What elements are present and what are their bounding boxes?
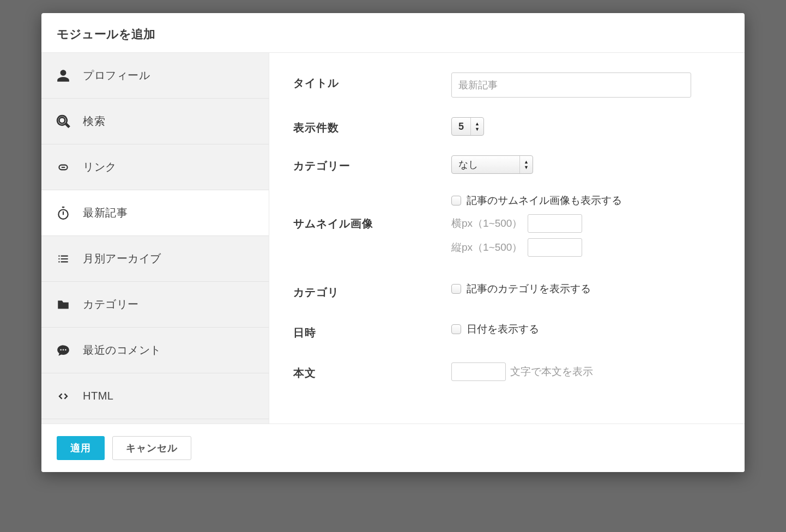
datetime-check-label: 日付を表示する (467, 322, 539, 336)
stepper-arrows-icon: ▲▼ (519, 156, 533, 173)
thumbnail-checkbox[interactable] (451, 196, 461, 205)
list-icon (56, 252, 71, 266)
sidebar-item-label: 最近のコメント (83, 343, 161, 358)
comment-icon (56, 343, 71, 358)
thumbnail-width-label: 横px（1~500） (451, 216, 522, 231)
body-label: 本文 (293, 362, 451, 380)
apply-button[interactable]: 適用 (57, 436, 105, 460)
sidebar-item-category[interactable]: カテゴリー (41, 282, 269, 328)
link-icon (56, 160, 71, 174)
category-display-check-label: 記事のカテゴリを表示する (467, 282, 591, 296)
sidebar-item-label: 最新記事 (83, 205, 128, 220)
category-label: カテゴリー (293, 155, 451, 173)
sidebar-item-search[interactable]: 検索 (41, 99, 269, 144)
datetime-label: 日時 (293, 322, 451, 340)
count-label: 表示件数 (293, 117, 451, 135)
module-sidebar[interactable]: プロフィール 検索 リンク 最新記事 (41, 53, 269, 424)
stepper-arrows-icon: ▲▼ (470, 118, 483, 135)
datetime-checkbox[interactable] (451, 324, 461, 334)
title-input[interactable] (451, 72, 691, 98)
thumbnail-label: サムネイル画像 (293, 194, 451, 231)
sidebar-item-latest-posts[interactable]: 最新記事 (41, 190, 269, 236)
sidebar-item-monthly-archive[interactable]: 月別アーカイブ (41, 236, 269, 282)
add-module-modal: モジュールを追加 プロフィール 検索 リンク (41, 13, 745, 472)
body-chars-input[interactable] (451, 362, 506, 381)
count-value: 5 (452, 121, 470, 132)
stopwatch-icon (56, 206, 71, 220)
thumbnail-width-input[interactable] (528, 214, 582, 233)
sidebar-item-profile[interactable]: プロフィール (41, 53, 269, 99)
sidebar-item-html[interactable]: HTML (41, 373, 269, 419)
folder-icon (56, 298, 71, 312)
sidebar-item-link[interactable]: リンク (41, 144, 269, 190)
category-display-checkbox[interactable] (451, 284, 461, 294)
user-icon (56, 69, 71, 83)
count-select[interactable]: 5 ▲▼ (451, 117, 484, 136)
thumbnail-check-label: 記事のサムネイル画像も表示する (467, 194, 622, 208)
body-suffix-label: 文字で本文を表示 (510, 365, 593, 379)
sidebar-item-label: 月別アーカイブ (83, 251, 161, 266)
module-settings-panel: タイトル 表示件数 5 ▲▼ カテゴリー なし (269, 53, 745, 424)
thumbnail-height-input[interactable] (528, 238, 582, 257)
search-icon (56, 114, 71, 129)
title-label: タイトル (293, 72, 451, 90)
cancel-button[interactable]: キャンセル (112, 436, 191, 460)
code-icon (56, 389, 71, 403)
modal-footer: 適用 キャンセル (41, 424, 745, 472)
sidebar-item-label: カテゴリー (83, 297, 139, 312)
category-value: なし (452, 158, 491, 171)
modal-body: プロフィール 検索 リンク 最新記事 (41, 53, 745, 424)
category-display-label: カテゴリ (293, 282, 451, 300)
modal-title: モジュールを追加 (41, 13, 745, 53)
sidebar-item-label: HTML (83, 390, 113, 402)
sidebar-item-recent-comments[interactable]: 最近のコメント (41, 328, 269, 373)
category-select[interactable]: なし ▲▼ (451, 155, 533, 174)
sidebar-item-label: リンク (83, 160, 117, 174)
thumbnail-height-label: 縦px（1~500） (451, 240, 522, 255)
sidebar-item-label: 検索 (83, 114, 105, 129)
sidebar-item-label: プロフィール (83, 68, 150, 83)
